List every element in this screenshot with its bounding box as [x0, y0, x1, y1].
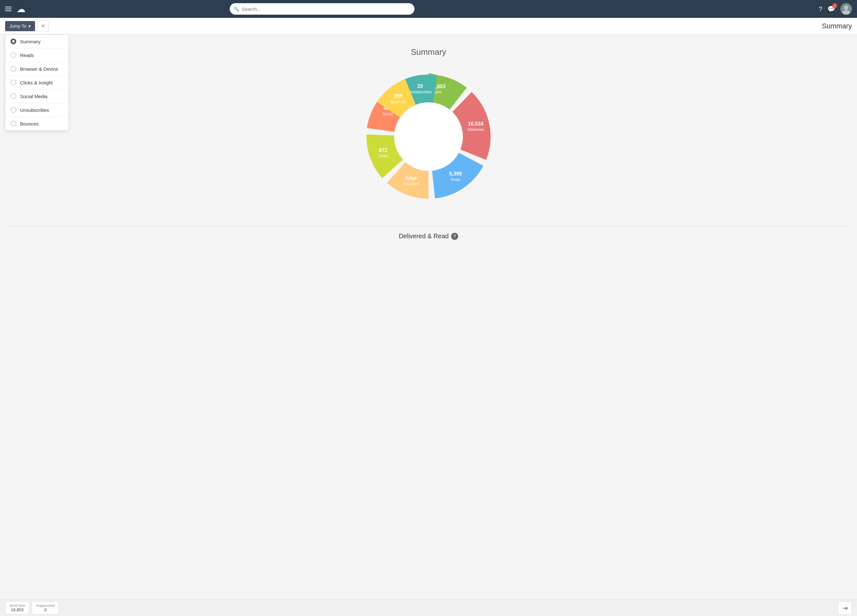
- jump-to-button[interactable]: Jump To ▾: [5, 21, 35, 31]
- dropdown-item-summary[interactable]: Summary: [5, 35, 68, 48]
- main-donut-svg: 16,803Sent16,534Delivered5,399ReadEdgeTo…: [359, 66, 498, 207]
- label-edge-top-client: EdgeTop Client: [403, 175, 419, 186]
- footer: Send Size 16,803 Suppressed 0 ⇥: [0, 599, 857, 616]
- svg-text:16,534: 16,534: [468, 121, 484, 127]
- dropdown-menu: Summary Reads Browser & Device Clicks & …: [5, 34, 69, 131]
- notifications-button[interactable]: 💬 1: [828, 5, 835, 13]
- svg-text:Social: Social: [382, 112, 393, 116]
- page-title: Summary: [822, 22, 852, 30]
- search-icon: 🔍: [234, 6, 239, 11]
- svg-text:Top Client: Top Client: [403, 182, 419, 186]
- header-right: ? 💬 1: [819, 3, 852, 15]
- search-input[interactable]: [230, 3, 415, 15]
- bottom-section: Delivered & Read ?: [6, 226, 851, 240]
- svg-point-1: [844, 5, 848, 10]
- radio-summary: [11, 39, 16, 44]
- svg-text:Delivered: Delivered: [468, 127, 484, 132]
- dropdown-label-clicks-insight: Clicks & Insight: [20, 80, 53, 85]
- svg-text:5,399: 5,399: [449, 171, 462, 176]
- radio-bounces: [11, 121, 16, 127]
- search-container: 🔍: [230, 3, 415, 15]
- radio-browser-device: [11, 66, 16, 72]
- bottom-title: Delivered & Read ?: [6, 233, 851, 240]
- donut-chart: 16,803Sent16,534Delivered5,399ReadEdgeTo…: [359, 66, 498, 207]
- svg-text:Sent: Sent: [434, 90, 442, 94]
- dropdown-label-social-media: Social Media: [20, 94, 48, 99]
- dropdown-label-browser-device: Browser & Device: [20, 66, 58, 72]
- dropdown-label-reads: Reads: [20, 52, 34, 58]
- radio-social-media: [11, 93, 16, 99]
- donut-center: [395, 103, 462, 170]
- label-clicks: 672Clicks: [378, 147, 388, 158]
- dropdown-item-unsubscribes[interactable]: Unsubscribes: [5, 103, 68, 117]
- svg-text:Read: Read: [451, 178, 460, 182]
- logout-button[interactable]: ⇥: [838, 601, 852, 615]
- close-button[interactable]: ✕: [37, 20, 49, 32]
- dropdown-label-unsubscribes: Unsubscribes: [20, 107, 49, 113]
- notification-badge: 1: [832, 3, 837, 8]
- chevron-down-icon: ▾: [28, 23, 31, 29]
- label-read: 5,399Read: [449, 171, 462, 182]
- svg-text:Edge: Edge: [405, 175, 417, 181]
- dropdown-item-bounces[interactable]: Bounces: [5, 117, 68, 130]
- dropdown-label-summary: Summary: [20, 39, 40, 44]
- dropdown-label-bounces: Bounces: [20, 121, 39, 127]
- svg-text:Bounces: Bounces: [391, 100, 405, 104]
- dropdown-item-social-media[interactable]: Social Media: [5, 90, 68, 103]
- svg-text:20: 20: [417, 83, 423, 89]
- toolbar: Jump To ▾ ✕ Summary Summary Reads Browse…: [0, 18, 857, 34]
- dropdown-item-clicks-insight[interactable]: Clicks & Insight: [5, 76, 68, 90]
- avatar[interactable]: [840, 3, 852, 15]
- svg-text:672: 672: [379, 147, 387, 153]
- main-content: Summary: [0, 34, 857, 246]
- label-delivered: 16,534Delivered: [468, 121, 484, 132]
- hamburger-icon[interactable]: [5, 7, 11, 11]
- dropdown-item-browser-device[interactable]: Browser & Device: [5, 62, 68, 76]
- chart-title: Summary: [411, 47, 446, 57]
- header: ☁ 🔍 ? 💬 1: [0, 0, 857, 18]
- radio-unsubscribes: [11, 107, 16, 113]
- help-button[interactable]: ?: [819, 5, 822, 13]
- dropdown-item-reads[interactable]: Reads: [5, 48, 68, 62]
- help-circle-icon[interactable]: ?: [451, 233, 458, 240]
- svg-text:269: 269: [394, 93, 402, 99]
- close-icon: ✕: [41, 23, 45, 29]
- radio-clicks-insight: [11, 80, 16, 85]
- cloud-logo: ☁: [17, 4, 25, 14]
- svg-text:Unsubscribes: Unsubscribes: [408, 90, 432, 94]
- radio-reads: [11, 52, 16, 58]
- exit-icon: ⇥: [842, 605, 848, 611]
- footer-suppressed: Suppressed 0: [32, 601, 59, 614]
- svg-text:Clicks: Clicks: [378, 154, 388, 158]
- footer-send-size: Send Size 16,803: [5, 601, 29, 614]
